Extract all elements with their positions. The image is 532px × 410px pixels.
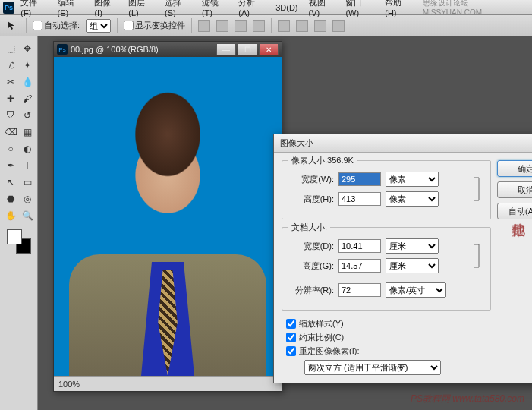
document-canvas[interactable] [54, 57, 282, 376]
dialog-titlebar[interactable]: 图像大小 ✕ [274, 134, 532, 153]
show-transform-input[interactable] [124, 20, 134, 30]
auto-select-checkbox[interactable]: 自动选择: [33, 20, 80, 31]
separator [117, 18, 118, 33]
menu-filter[interactable]: 滤镜(T) [197, 0, 232, 19]
menu-select[interactable]: 选择(S) [160, 0, 196, 19]
eyedropper-tool-icon[interactable]: 💧 [20, 74, 35, 90]
height-px-input[interactable] [338, 192, 381, 206]
document-titlebar[interactable]: Ps 00.jpg @ 100%(RGB/8) — ☐ ✕ [54, 42, 282, 57]
stamp-tool-icon[interactable]: ⛉ [3, 108, 18, 123]
constrain-link-icon [472, 174, 484, 204]
width-cm-unit[interactable]: 厘米 [386, 238, 439, 254]
distribute-icon[interactable] [296, 20, 308, 32]
menu-view[interactable]: 视图(V) [304, 0, 340, 19]
menu-file[interactable]: 文件(F) [16, 0, 51, 19]
ps-app-icon: Ps [3, 2, 14, 14]
document-window: Ps 00.jpg @ 100%(RGB/8) — ☐ ✕ 100% [53, 41, 282, 392]
image-size-dialog: 图像大小 ✕ 像素大小:356.9K 宽度(W): [273, 134, 532, 383]
width-px-input[interactable] [338, 172, 381, 186]
align-icon[interactable] [216, 20, 228, 32]
move-tool-icon[interactable] [5, 18, 20, 33]
wand-tool-icon[interactable]: ✦ [20, 58, 35, 73]
document-size-legend: 文档大小: [288, 222, 330, 233]
auto-select-input[interactable] [33, 20, 42, 30]
type-tool-icon[interactable]: T [20, 158, 35, 173]
constrain-proportions-checkbox[interactable]: 约束比例(C) [286, 332, 491, 343]
dodge-tool-icon[interactable]: ◐ [20, 141, 35, 156]
document-statusbar: 100% [54, 376, 282, 391]
brush-tool-icon[interactable]: 🖌 [20, 91, 35, 106]
pixel-dimensions-group: 像素大小:356.9K 宽度(W): 像素 高度(H): [282, 160, 491, 219]
resolution-label: 分辨率(R): [288, 285, 334, 296]
menu-layer[interactable]: 图层(L) [124, 0, 159, 19]
marquee-tool-icon[interactable]: ⬚ [3, 41, 18, 56]
auto-select-dropdown[interactable]: 组 [86, 19, 111, 33]
menubar: Ps 文件(F) 编辑(E) 图像(I) 图层(L) 选择(S) 滤镜(T) 分… [0, 0, 532, 15]
header-watermark: 思缘设计论坛 MISSYUAN.COM [418, 0, 529, 18]
pen-tool-icon[interactable]: ✒ [3, 158, 18, 173]
height-px-label: 高度(H): [288, 194, 334, 205]
scale-styles-checkbox[interactable]: 缩放样式(Y) [286, 318, 491, 330]
minimize-button[interactable]: — [216, 43, 236, 55]
photo-head [111, 80, 225, 216]
menu-window[interactable]: 窗口(W) [341, 0, 379, 19]
history-brush-icon[interactable]: ↺ [20, 108, 35, 123]
align-icon[interactable] [198, 20, 210, 32]
pixel-dimensions-legend: 像素大小:356.9K [288, 155, 357, 166]
crop-tool-icon[interactable]: ✂ [3, 74, 18, 90]
hand-tool-icon[interactable]: ✋ [3, 208, 18, 223]
cancel-button[interactable]: 取消 [497, 181, 532, 198]
constrain-label: 约束比例(C) [299, 332, 344, 343]
separator [26, 18, 27, 33]
auto-button[interactable]: 自动(A)... [497, 203, 532, 219]
move-tool-icon[interactable]: ✥ [20, 41, 35, 56]
height-cm-unit[interactable]: 厘米 [386, 258, 439, 273]
constrain-link-icon [472, 241, 484, 271]
distribute-icon[interactable] [278, 20, 290, 32]
3d-tool-icon[interactable]: ⬣ [3, 191, 18, 207]
show-transform-label: 显示变换控件 [135, 20, 185, 31]
distribute-icon[interactable] [332, 20, 345, 32]
lasso-tool-icon[interactable]: 𝓛 [3, 58, 18, 73]
close-button[interactable]: ✕ [259, 43, 279, 55]
width-px-unit[interactable]: 像素 [386, 172, 439, 187]
document-title: 00.jpg @ 100%(RGB/8) [71, 45, 159, 54]
ok-button[interactable]: 确定 [497, 160, 532, 177]
constrain-input[interactable] [286, 333, 296, 342]
shape-tool-icon[interactable]: ▭ [20, 175, 35, 190]
heal-tool-icon[interactable]: ✚ [3, 91, 18, 106]
interpolation-dropdown[interactable]: 两次立方 (适用于平滑渐变) [304, 360, 441, 375]
3d-camera-icon[interactable]: ◎ [20, 191, 35, 207]
resample-input[interactable] [286, 346, 296, 356]
menu-3d[interactable]: 3D(D) [271, 2, 302, 14]
scale-styles-input[interactable] [286, 319, 296, 329]
distribute-icon[interactable] [314, 20, 326, 32]
ps-doc-icon: Ps [57, 44, 68, 55]
canvas-area: Ps 00.jpg @ 100%(RGB/8) — ☐ ✕ 100% 图像大小 [38, 36, 532, 410]
foreground-color-swatch[interactable] [7, 229, 22, 244]
zoom-tool-icon[interactable]: 🔍 [20, 208, 35, 223]
align-icon[interactable] [235, 20, 247, 32]
maximize-button[interactable]: ☐ [238, 43, 257, 55]
menu-image[interactable]: 图像(I) [90, 0, 122, 19]
gradient-tool-icon[interactable]: ▦ [20, 125, 35, 140]
width-cm-input[interactable] [338, 239, 381, 253]
resample-checkbox[interactable]: 重定图像像素(I): [286, 345, 491, 357]
height-px-unit[interactable]: 像素 [386, 191, 439, 207]
color-swatches[interactable] [3, 229, 34, 254]
resolution-unit[interactable]: 像素/英寸 [386, 282, 446, 298]
path-tool-icon[interactable]: ↖ [3, 175, 18, 190]
blur-tool-icon[interactable]: ○ [3, 141, 18, 156]
document-size-group: 文档大小: 宽度(D): 厘米 高度(G): [282, 227, 491, 311]
show-transform-checkbox[interactable]: 显示变换控件 [124, 20, 185, 31]
zoom-level[interactable]: 100% [58, 380, 80, 389]
align-icon[interactable] [253, 20, 265, 32]
menu-edit[interactable]: 编辑(E) [53, 0, 89, 19]
menu-analysis[interactable]: 分析(A) [234, 0, 269, 19]
resolution-input[interactable] [338, 283, 381, 297]
separator [271, 18, 272, 33]
eraser-tool-icon[interactable]: ⌫ [3, 125, 18, 140]
workspace: ⬚ ✥ 𝓛 ✦ ✂ 💧 ✚ 🖌 ⛉ ↺ ⌫ ▦ ○ ◐ ✒ T ↖ ▭ ⬣ ◎ … [0, 36, 532, 410]
menu-help[interactable]: 帮助(H) [380, 0, 416, 19]
height-cm-input[interactable] [338, 259, 381, 273]
